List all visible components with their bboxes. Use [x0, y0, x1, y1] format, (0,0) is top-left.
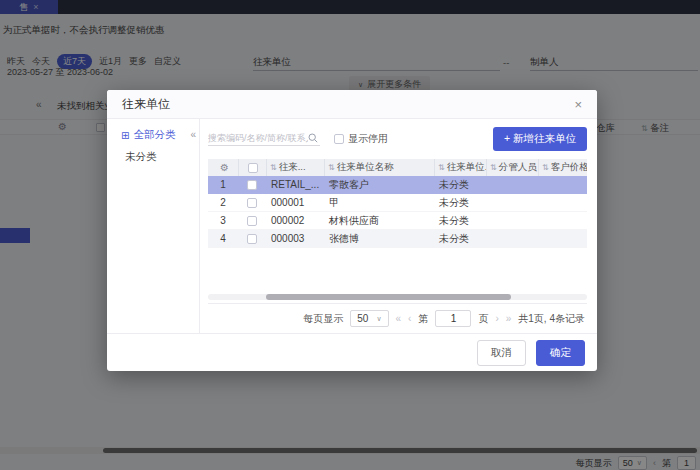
table-horizontal-scrollbar[interactable]: [208, 294, 587, 300]
add-partner-button[interactable]: + 新增往来单位: [493, 127, 587, 151]
all-categories-label: 全部分类: [133, 128, 175, 142]
column-name[interactable]: ⇅往来单位名称: [324, 159, 434, 176]
table-row[interactable]: 3 000002 材料供应商 未分类: [208, 212, 587, 230]
prev-page-icon[interactable]: ‹: [408, 313, 411, 324]
table-row[interactable]: 4 000003 张德博 未分类: [208, 230, 587, 248]
search-icon: [308, 133, 318, 143]
sort-icon[interactable]: ⇅: [490, 163, 497, 172]
cancel-button[interactable]: 取消: [477, 340, 526, 366]
modal-title: 往来单位: [122, 96, 170, 113]
partner-picker-modal: 往来单位 × ⊞ 全部分类 未分类 «: [107, 90, 597, 371]
select-all-checkbox[interactable]: [248, 163, 258, 173]
page-size-label: 每页显示: [303, 312, 343, 326]
table-header-row: ⚙ ⇅往来... ⇅往来单位名称 ⇅往来单位... ⇅分管人员 ⇅客户价格...: [208, 159, 587, 176]
show-disabled-toggle[interactable]: 显示停用: [334, 132, 388, 146]
column-staff[interactable]: ⇅分管人员: [486, 159, 538, 176]
page-number-input[interactable]: [435, 310, 471, 327]
sort-icon[interactable]: ⇅: [328, 163, 335, 172]
cell-name: 零散客户: [324, 178, 434, 192]
sidebar-item-uncategorized[interactable]: 未分类: [107, 142, 199, 164]
show-disabled-checkbox[interactable]: [334, 134, 344, 144]
cell-code: 000002: [266, 215, 324, 226]
cell-category: 未分类: [434, 178, 486, 192]
row-index: 3: [208, 215, 238, 226]
row-index: 4: [208, 233, 238, 244]
column-settings-gear-icon[interactable]: ⚙: [208, 159, 238, 176]
sort-icon[interactable]: ⇅: [270, 163, 277, 172]
row-index: 2: [208, 197, 238, 208]
partner-table: ⚙ ⇅往来... ⇅往来单位名称 ⇅往来单位... ⇅分管人员 ⇅客户价格...…: [208, 159, 587, 304]
search-input[interactable]: [208, 133, 308, 143]
sort-icon[interactable]: ⇅: [438, 163, 445, 172]
last-page-icon[interactable]: »: [506, 313, 512, 324]
confirm-button[interactable]: 确定: [536, 340, 585, 366]
page-size-select[interactable]: 50 ∨: [350, 310, 388, 327]
search-box[interactable]: [208, 133, 320, 146]
row-index: 1: [208, 179, 238, 190]
sidebar-collapse-icon[interactable]: «: [190, 129, 196, 140]
first-page-icon[interactable]: «: [396, 313, 402, 324]
sidebar-item-all-categories[interactable]: ⊞ 全部分类: [107, 128, 199, 142]
table-row[interactable]: 1 RETAIL_... 零散客户 未分类: [208, 176, 587, 194]
scrollbar-thumb[interactable]: [266, 294, 511, 300]
modal-footer: 取消 确定: [107, 333, 597, 371]
cell-category: 未分类: [434, 196, 486, 210]
modal-header: 往来单位 ×: [107, 90, 597, 119]
cell-category: 未分类: [434, 232, 486, 246]
row-checkbox[interactable]: [247, 180, 257, 190]
jump-suffix: 页: [478, 312, 488, 326]
select-all-cell[interactable]: [238, 159, 266, 176]
grid-icon: ⊞: [121, 130, 129, 141]
row-checkbox[interactable]: [247, 234, 257, 244]
app-window: 售 × 为正式单据时，不会执行调整促销优惠 昨天 今天 近7天 近1月 更多 自…: [0, 0, 700, 470]
row-checkbox[interactable]: [247, 216, 257, 226]
cell-category: 未分类: [434, 214, 486, 228]
modal-toolbar: 显示停用 + 新增往来单位: [208, 126, 587, 152]
cell-code: 000003: [266, 233, 324, 244]
column-price-level[interactable]: ⇅客户价格...: [538, 159, 587, 176]
table-empty-space: [208, 248, 587, 294]
modal-pagination: 每页显示 50 ∨ « ‹ 第 页 › » 共1页, 4条记录: [208, 304, 587, 333]
cell-name: 甲: [324, 196, 434, 210]
cell-name: 张德博: [324, 232, 434, 246]
row-checkbox[interactable]: [247, 198, 257, 208]
jump-prefix: 第: [418, 312, 428, 326]
close-icon[interactable]: ×: [574, 98, 582, 111]
column-category[interactable]: ⇅往来单位...: [434, 159, 486, 176]
pagination-summary: 共1页, 4条记录: [518, 312, 585, 326]
sort-icon[interactable]: ⇅: [542, 163, 549, 172]
table-row[interactable]: 2 000001 甲 未分类: [208, 194, 587, 212]
cell-name: 材料供应商: [324, 214, 434, 228]
cell-code: RETAIL_...: [266, 179, 324, 190]
column-code[interactable]: ⇅往来...: [266, 159, 324, 176]
show-disabled-label: 显示停用: [348, 132, 388, 146]
category-sidebar: ⊞ 全部分类 未分类 «: [107, 119, 200, 333]
cell-code: 000001: [266, 197, 324, 208]
next-page-icon[interactable]: ›: [495, 313, 498, 324]
chevron-down-icon: ∨: [376, 315, 381, 323]
